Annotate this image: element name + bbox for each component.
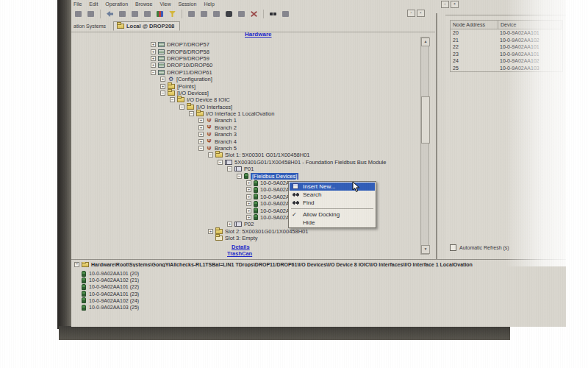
expand-icon[interactable]: + — [198, 118, 204, 123]
tree-item-i-o-device-8-ioic[interactable]: −I/O Device 8 IOIC — [71, 96, 436, 103]
collapse-icon[interactable]: − — [198, 146, 204, 151]
tree-item-i-o-devices[interactable]: −[I/O Devices] — [71, 90, 436, 96]
collapse-icon[interactable]: − — [179, 105, 184, 110]
open-icon[interactable] — [187, 10, 196, 18]
tree-item-10-0-9a02aa101-20[interactable]: +10-0-9A02AA101 (20) — [71, 180, 436, 186]
table-row[interactable]: 2010-0-9A02AA101 — [451, 29, 562, 37]
result-item[interactable]: 10-0-9A02AA102 (24) — [82, 297, 139, 304]
menu-help[interactable]: Help — [204, 1, 214, 7]
collapse-icon[interactable]: − — [189, 111, 194, 116]
details-link[interactable]: Details — [232, 244, 250, 250]
copy-icon[interactable] — [130, 10, 140, 18]
tree-item-branch-5[interactable]: −ΨBranch 5 — [71, 145, 436, 152]
context-menu-item-insert-new[interactable]: Insert New... — [290, 183, 375, 191]
auto-refresh-checkbox[interactable] — [450, 244, 456, 251]
expand-icon[interactable]: + — [151, 49, 156, 54]
expand-icon[interactable]: + — [151, 56, 156, 61]
tree-item-slot-1-5x00301-g01-1x00458h01[interactable]: −Slot 1: 5X00301 G01/1X00458H01 — [71, 152, 436, 158]
binoculars-icon[interactable] — [268, 10, 278, 18]
collapse-icon[interactable]: − — [208, 152, 213, 158]
save-icon[interactable] — [86, 10, 96, 18]
tree-item-p02[interactable]: +P02 — [71, 221, 436, 227]
result-item[interactable]: 10-0-9A02AA101 (23) — [82, 291, 139, 297]
tree-item-drop7-drop57[interactable]: +DROP7/DROP57 — [71, 41, 436, 48]
expand-icon[interactable]: + — [198, 139, 204, 144]
collapse-icon[interactable]: − — [151, 70, 156, 75]
table-row[interactable]: 2410-0-9A02AA102 — [451, 57, 562, 65]
scroll-up-icon[interactable]: ▲ — [421, 38, 430, 46]
tree-item-slot-2-5x00301g01-1x00458h01[interactable]: +Slot 2: 5X00301G01/1X00458H01 — [71, 228, 436, 235]
expand-icon[interactable]: + — [246, 208, 251, 213]
pane-divider[interactable] — [436, 13, 437, 259]
context-menu-item-allow-docking[interactable]: ✓Allow Docking — [290, 210, 375, 219]
menu-edit[interactable]: Edit — [89, 1, 98, 7]
new-folder-icon[interactable] — [199, 10, 209, 18]
expand-icon[interactable]: + — [151, 42, 156, 47]
tree-item-10-0-9a02aa101-22[interactable]: +10-0-9A02AA101 (22) — [71, 194, 436, 200]
context-menu-item-find[interactable]: Find — [290, 199, 375, 207]
report-icon[interactable] — [237, 10, 246, 18]
print-icon[interactable] — [74, 10, 83, 18]
scroll-down-icon[interactable]: ▼ — [421, 245, 430, 254]
menu-browse[interactable]: Browse — [135, 1, 152, 7]
tab-local-drop[interactable]: Local @ DROP208 — [113, 21, 180, 31]
tree-item-i-o-interfaces[interactable]: −[I/O Interfaces] — [71, 104, 436, 110]
expander-icon[interactable]: − — [74, 262, 79, 267]
expand-icon[interactable]: + — [227, 222, 232, 227]
column-header-device[interactable]: Device — [498, 21, 562, 29]
image-icon[interactable] — [155, 10, 165, 18]
menu-view[interactable]: View — [159, 1, 171, 7]
tree-item-drop8-drop58[interactable]: +DROP8/DROP58 — [71, 48, 436, 54]
camera-icon[interactable] — [224, 10, 234, 18]
menu-session[interactable]: Session — [178, 1, 196, 7]
tree-item-i-o-interface-1-localovation[interactable]: −I/O Interface 1 LocalOvation — [71, 110, 436, 117]
undo-icon[interactable] — [105, 10, 115, 18]
expand-icon[interactable]: + — [246, 194, 251, 199]
collapse-icon[interactable]: − — [218, 160, 223, 165]
table-row[interactable]: 2110-0-9A02AA102 — [451, 37, 562, 44]
pan-icon[interactable] — [281, 10, 290, 18]
tree-item-branch-4[interactable]: +ΨBranch 4 — [71, 138, 436, 144]
collapse-icon[interactable]: − — [160, 91, 165, 96]
tree-item-drop11-drop61[interactable]: −DROP11/DROP61 — [71, 69, 436, 76]
tree-item-drop9-drop59[interactable]: +DROP9/DROP59 — [71, 55, 436, 62]
tree-item-10-0-9a02aa103-25[interactable]: +10-0-9A02AA103 (25) — [71, 214, 436, 221]
tree-item-5x00301g01-1x00458h01-foundation-fieldbus-bus-module[interactable]: −5X00301G01/1X00458H01 - Foundation Fiel… — [71, 159, 436, 166]
menu-operation[interactable]: Operation — [105, 1, 128, 7]
expand-icon[interactable]: + — [151, 63, 156, 68]
tree-scrollbar[interactable]: ▲ ▼ — [420, 37, 429, 255]
tree-item-10-0-9a02aa102-24[interactable]: +10-0-9A02AA102 (24) — [71, 207, 436, 213]
table-row[interactable]: 2310-0-9A02AA101 — [451, 51, 562, 58]
tree-item-branch-3[interactable]: +ΨBranch 3 — [71, 131, 436, 138]
tree-item-fieldbus-devices[interactable]: −[Fieldbus Devices] — [71, 172, 436, 179]
filter-icon[interactable] — [168, 10, 177, 18]
column-header-node-address[interactable]: Node Address — [451, 21, 498, 29]
result-item[interactable]: 10-0-9A02AA101 (22) — [82, 283, 139, 290]
table-row[interactable]: 2510-0-9A02AA103 — [451, 65, 562, 72]
expand-icon[interactable]: + — [208, 229, 213, 234]
result-item[interactable]: 10-0-9A02AA103 (25) — [82, 304, 139, 311]
context-menu-item-hide[interactable]: Hide — [290, 219, 375, 227]
result-item[interactable]: 10-0-9A02AA101 (20) — [82, 270, 139, 277]
tree-item-branch-2[interactable]: +ΨBranch 2 — [71, 124, 436, 131]
result-item[interactable]: 10-0-9A02AA102 (21) — [82, 277, 139, 283]
expand-icon[interactable]: + — [198, 132, 204, 137]
paste-special-icon[interactable] — [212, 10, 221, 18]
tree-item-10-0-9a02aa102-21[interactable]: +10-0-9A02AA102 (21) — [71, 186, 436, 193]
tree-item-configuration[interactable]: +⚙[Configuration] — [71, 76, 436, 82]
expand-icon[interactable]: + — [246, 180, 251, 185]
table-row[interactable]: 2210-0-9A02AA101 — [451, 43, 562, 51]
cut-icon[interactable] — [118, 10, 127, 18]
tree-item-slot-3-empty[interactable]: Slot 3: Empty — [71, 235, 436, 241]
collapse-icon[interactable]: − — [170, 97, 175, 102]
expand-icon[interactable]: + — [160, 84, 165, 89]
minimize-icon[interactable]: – — [441, 1, 449, 8]
tree-item-branch-1[interactable]: +ΨBranch 1 — [71, 117, 436, 124]
paste-icon[interactable] — [143, 10, 152, 18]
collapse-icon[interactable]: − — [227, 166, 232, 171]
tree-item-p01[interactable]: −P01 — [71, 166, 436, 172]
close-icon[interactable]: × — [451, 1, 459, 8]
expand-icon[interactable]: + — [246, 201, 251, 206]
scrollbar-thumb[interactable] — [421, 96, 430, 144]
trashcan-link[interactable]: TrashCan — [227, 250, 252, 257]
